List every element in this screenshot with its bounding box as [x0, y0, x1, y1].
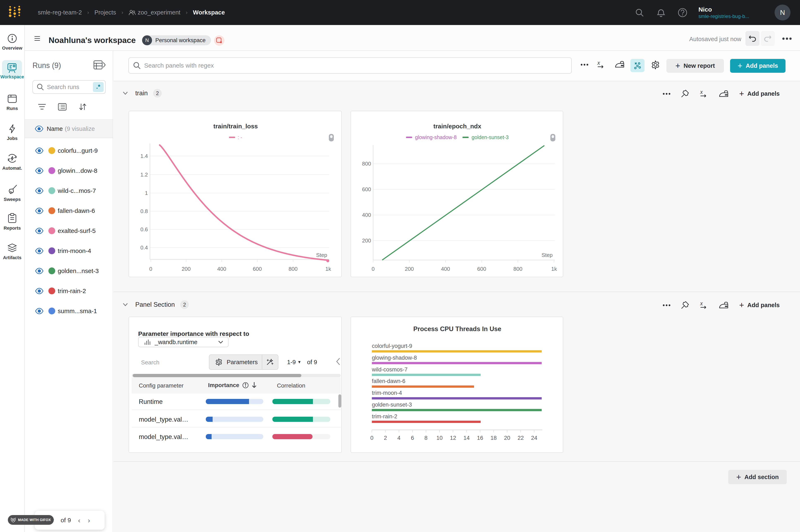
svg-text:6: 6: [411, 435, 414, 441]
svg-text:800: 800: [362, 160, 371, 167]
svg-text:trim-rain-2: trim-rain-2: [372, 413, 397, 420]
svg-text:400: 400: [362, 212, 371, 218]
svg-text:14: 14: [464, 435, 470, 441]
svg-text:golden-sunset-3: golden-sunset-3: [372, 402, 412, 408]
svg-text:18: 18: [490, 435, 497, 441]
svg-text:200: 200: [405, 266, 414, 272]
svg-text:4: 4: [397, 435, 401, 441]
svg-text:400: 400: [441, 266, 450, 272]
svg-text:x: x: [700, 90, 703, 95]
svg-text:10: 10: [436, 435, 443, 441]
svg-text:x: x: [700, 301, 703, 306]
svg-text:Step: Step: [542, 252, 553, 258]
svg-text:600: 600: [362, 186, 371, 192]
svg-text:24: 24: [531, 435, 537, 441]
svg-text:0: 0: [372, 266, 375, 272]
svg-text:trim-moon-4: trim-moon-4: [372, 390, 402, 396]
svg-text:x: x: [597, 60, 600, 66]
svg-text:800: 800: [513, 266, 522, 272]
svg-text:colorful-yogurt-9: colorful-yogurt-9: [372, 343, 412, 349]
svg-text:400: 400: [217, 266, 226, 272]
svg-text:16: 16: [477, 435, 483, 441]
svg-text:fallen-dawn-6: fallen-dawn-6: [372, 378, 405, 384]
svg-text:600: 600: [477, 266, 486, 272]
svg-text:1k: 1k: [325, 266, 331, 272]
svg-text:2: 2: [384, 435, 387, 441]
svg-text:Step: Step: [316, 252, 328, 258]
svg-text:0.8: 0.8: [141, 208, 148, 214]
svg-text:12: 12: [450, 435, 456, 441]
svg-text:1.4: 1.4: [141, 153, 148, 159]
svg-text:1k: 1k: [551, 266, 557, 272]
svg-text:wild-cosmos-7: wild-cosmos-7: [372, 366, 408, 373]
svg-text:800: 800: [289, 266, 297, 272]
svg-text:0.4: 0.4: [141, 245, 148, 251]
svg-text:200: 200: [362, 238, 371, 244]
svg-text:1: 1: [145, 190, 148, 196]
svg-text:8: 8: [424, 435, 428, 441]
svg-text:600: 600: [253, 266, 262, 272]
svg-text:0: 0: [370, 435, 373, 441]
svg-text:200: 200: [182, 266, 190, 272]
svg-text:0: 0: [149, 266, 152, 272]
svg-text:22: 22: [518, 435, 524, 441]
svg-text:20: 20: [504, 435, 510, 441]
svg-text:1.2: 1.2: [141, 172, 148, 178]
svg-text:0.6: 0.6: [141, 226, 148, 232]
svg-text:glowing-shadow-8: glowing-shadow-8: [372, 355, 417, 361]
